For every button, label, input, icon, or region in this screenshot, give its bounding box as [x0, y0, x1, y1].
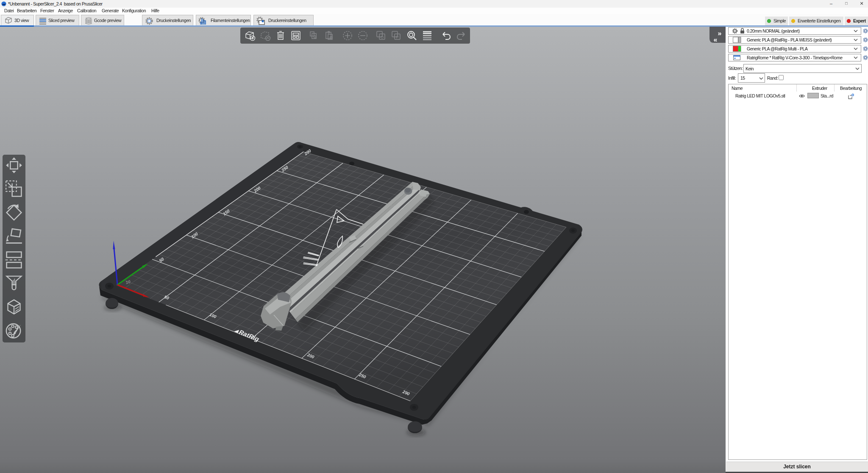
- svg-text:P: P: [396, 35, 398, 39]
- svg-text:O: O: [381, 35, 384, 39]
- svg-text:»: »: [718, 30, 722, 37]
- svg-text:«: «: [714, 36, 718, 44]
